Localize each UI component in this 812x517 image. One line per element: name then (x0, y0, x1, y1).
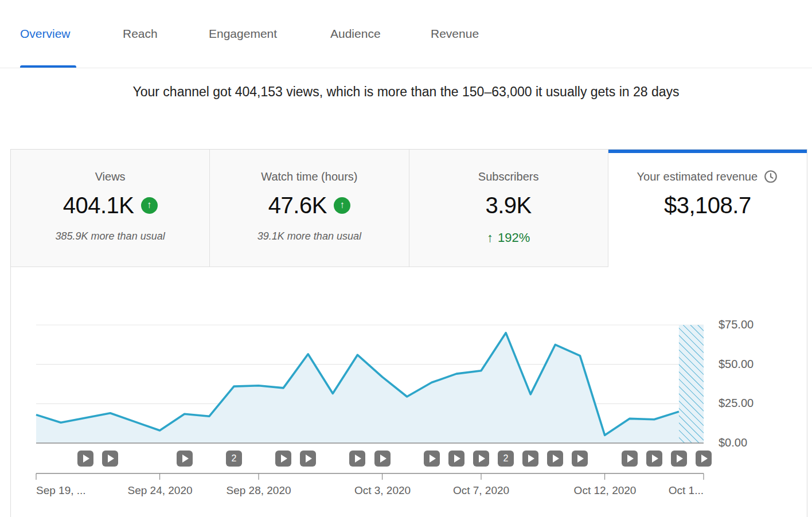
play-icon (701, 455, 708, 463)
subscribers-change: ↑ 192% (487, 231, 530, 245)
video-marker[interactable] (448, 451, 464, 467)
video-marker[interactable] (622, 451, 638, 467)
tab-revenue-label: Revenue (431, 27, 479, 41)
x-axis-label: Oct 1... (669, 484, 704, 497)
video-marker-count: 2 (232, 453, 237, 464)
play-icon (430, 455, 436, 463)
play-icon (380, 455, 387, 463)
metric-card-views[interactable]: Views 404.1K ↑ 385.9K more than usual (11, 150, 210, 267)
video-marker[interactable] (349, 451, 365, 467)
video-marker[interactable] (300, 451, 316, 467)
tab-overview[interactable]: Overview (20, 0, 71, 68)
revenue-title: Your estimated revenue (637, 169, 779, 184)
watch-time-subtext: 39.1K more than usual (257, 230, 361, 242)
play-icon (83, 455, 89, 463)
subscribers-value: 3.9K (485, 192, 531, 218)
watch-time-value-row: 47.6K ↑ (268, 192, 350, 218)
play-icon (182, 455, 189, 463)
video-marker[interactable] (646, 451, 662, 467)
tab-overview-label: Overview (20, 27, 71, 41)
x-axis-label: Oct 7, 2020 (453, 484, 509, 497)
metric-card-subscribers[interactable]: Subscribers 3.9K ↑ 192% (409, 150, 608, 267)
video-marker[interactable]: 2 (498, 451, 514, 467)
play-icon (306, 455, 312, 463)
up-arrow-icon: ↑ (487, 231, 493, 245)
analytics-tabbar: Overview Reach Engagement Audience Reven… (0, 0, 812, 68)
selected-card-indicator (608, 150, 807, 153)
subscribers-title: Subscribers (478, 169, 539, 184)
video-marker[interactable] (275, 451, 291, 467)
play-icon (355, 455, 361, 463)
revenue-title-label: Your estimated revenue (637, 169, 758, 184)
play-icon (577, 455, 584, 463)
active-tab-indicator (20, 65, 76, 68)
views-value-row: 404.1K ↑ (63, 192, 158, 218)
subscribers-change-value: 192% (498, 231, 530, 245)
video-marker[interactable]: 2 (226, 451, 242, 467)
video-marker[interactable] (696, 451, 712, 467)
video-marker-count: 2 (503, 453, 509, 464)
play-icon (553, 455, 559, 463)
views-title: Views (95, 169, 126, 184)
x-axis-label: Oct 3, 2020 (354, 484, 411, 497)
y-axis-label: $25.00 (719, 397, 754, 410)
video-marker[interactable] (177, 451, 193, 467)
channel-summary-headline: Your channel got 404,153 views, which is… (0, 84, 812, 100)
play-icon (652, 455, 658, 463)
video-marker[interactable] (522, 451, 538, 467)
tab-engagement[interactable]: Engagement (209, 0, 277, 68)
play-icon (479, 455, 485, 463)
tab-audience-label: Audience (330, 27, 381, 41)
play-icon (677, 455, 683, 463)
y-axis-label: $75.00 (719, 318, 754, 331)
metric-card-watch-time[interactable]: Watch time (hours) 47.6K ↑ 39.1K more th… (210, 150, 409, 267)
tab-audience[interactable]: Audience (330, 0, 381, 68)
up-arrow-icon: ↑ (141, 197, 158, 214)
up-arrow-icon: ↑ (334, 197, 350, 214)
tab-reach-label: Reach (123, 27, 158, 41)
metric-card-revenue[interactable]: Your estimated revenue $3,108.7 (608, 150, 807, 267)
x-axis-label: Sep 24, 2020 (127, 484, 192, 497)
x-axis-label: Sep 28, 2020 (226, 484, 291, 497)
y-axis-label: $50.00 (719, 358, 754, 371)
play-icon (528, 455, 534, 463)
play-icon (108, 455, 114, 463)
clock-icon (763, 169, 778, 184)
play-icon (454, 455, 460, 463)
watch-time-title: Watch time (hours) (261, 169, 357, 184)
video-marker[interactable] (374, 451, 391, 467)
revenue-value-row: $3,108.7 (664, 192, 751, 218)
video-marker[interactable] (547, 451, 563, 467)
x-axis-label: Sep 19, ... (36, 484, 86, 497)
revenue-value: $3,108.7 (664, 192, 751, 218)
x-axis-label: Oct 12, 2020 (574, 484, 637, 497)
watch-time-value: 47.6K (268, 192, 327, 218)
metric-card-row: Views 404.1K ↑ 385.9K more than usual Wa… (11, 150, 807, 267)
play-icon (281, 455, 287, 463)
tab-reach[interactable]: Reach (123, 0, 158, 68)
views-subtext: 385.9K more than usual (56, 230, 165, 242)
video-marker[interactable] (77, 451, 93, 467)
tab-revenue[interactable]: Revenue (431, 0, 479, 68)
video-marker[interactable] (424, 451, 440, 467)
video-marker[interactable] (671, 451, 687, 467)
play-icon (627, 455, 634, 463)
tab-engagement-label: Engagement (209, 27, 277, 41)
subscribers-value-row: 3.9K (485, 192, 531, 218)
video-marker[interactable] (572, 451, 588, 467)
video-marker[interactable] (102, 451, 118, 467)
video-marker[interactable] (473, 451, 489, 467)
y-axis-label: $0.00 (719, 436, 747, 449)
views-value: 404.1K (63, 192, 134, 218)
analytics-panel: Views 404.1K ↑ 385.9K more than usual Wa… (10, 149, 807, 517)
